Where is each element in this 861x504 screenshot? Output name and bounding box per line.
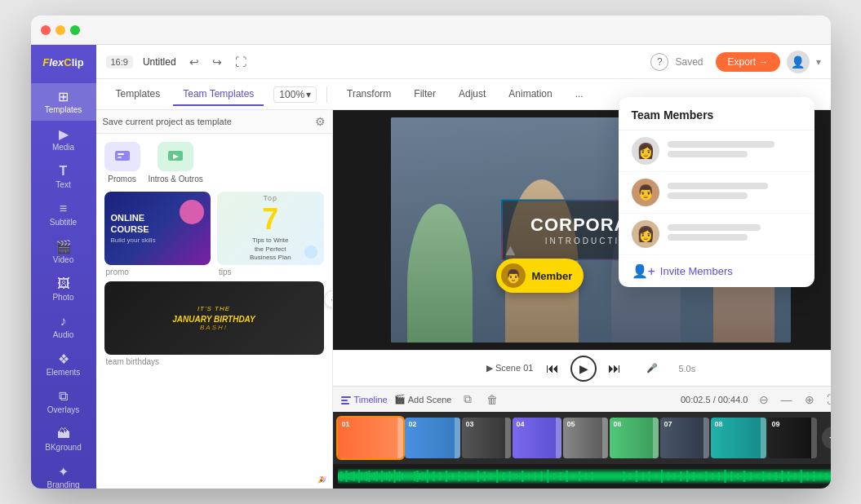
sidebar-item-subtitle[interactable]: ≡ Subtitle: [31, 196, 96, 233]
minimize-button[interactable]: [55, 25, 65, 35]
svg-rect-82: [717, 472, 719, 480]
svg-rect-31: [393, 470, 395, 483]
help-icon[interactable]: ?: [650, 53, 668, 71]
user-avatar-button[interactable]: 👤: [787, 51, 810, 73]
sidebar-item-templates[interactable]: ⊞ Templates: [31, 83, 96, 121]
category-intros[interactable]: Intros & Outros: [149, 142, 203, 183]
expand-timeline-button[interactable]: ⛶: [823, 391, 831, 409]
add-clip-button[interactable]: +: [822, 427, 831, 449]
text-icon: T: [55, 165, 72, 178]
zoom-out-button[interactable]: ⊖: [755, 391, 773, 409]
clip-05[interactable]: 05: [563, 418, 608, 458]
svg-rect-45: [458, 471, 459, 481]
sidebar-item-elements[interactable]: ❖ Elements: [31, 346, 96, 383]
sidebar-item-photo[interactable]: 🖼 Photo: [31, 271, 96, 308]
sidebar-item-text[interactable]: T Text: [31, 158, 96, 196]
saved-status: Saved: [675, 56, 703, 68]
media-icon: ▶: [55, 127, 72, 140]
clip-06[interactable]: 06: [610, 418, 659, 458]
svg-rect-32: [396, 472, 397, 480]
team-avatar-3: 👩: [632, 220, 659, 248]
svg-rect-61: [559, 472, 561, 480]
clip-01[interactable]: 01: [338, 418, 403, 458]
template-label-tips: tips: [217, 267, 324, 276]
svg-rect-73: [660, 470, 662, 483]
zoom-selector[interactable]: 100% ▾: [273, 86, 317, 103]
play-button[interactable]: ▶: [570, 356, 597, 382]
add-scene-button[interactable]: 🎬 Add Scene: [394, 394, 452, 405]
svg-rect-11: [343, 474, 344, 479]
invite-members-button[interactable]: 👤+ Invite Members: [619, 255, 746, 287]
template-card-tips[interactable]: Top 7 Tips to Writethe PerfectBusiness P…: [217, 192, 324, 276]
svg-rect-39: [424, 474, 425, 479]
svg-rect-57: [534, 472, 535, 480]
svg-rect-90: [768, 473, 770, 480]
microphone-button[interactable]: 🎤: [641, 357, 664, 380]
svg-rect-80: [705, 471, 707, 481]
sidebar-label-media: Media: [52, 143, 74, 152]
clip-04[interactable]: 04: [513, 418, 561, 458]
tab-transform[interactable]: Transform: [337, 83, 401, 106]
undo-button[interactable]: ↩: [186, 54, 202, 70]
aspect-ratio-badge[interactable]: 16:9: [106, 55, 133, 69]
fullscreen-button[interactable]: ⛶: [232, 54, 250, 70]
project-name[interactable]: Untitled: [143, 56, 176, 68]
svg-rect-68: [629, 473, 631, 480]
template-card-birthday[interactable]: IT'S THE JANUARY BIRTHDAY BASH! 🎉 team b…: [104, 281, 324, 366]
svg-rect-51: [496, 470, 498, 483]
member-bubble-label: Member: [532, 270, 573, 282]
clip-02[interactable]: 02: [405, 418, 460, 458]
pointer-icon: ▲: [503, 241, 519, 259]
avatar-dropdown-arrow[interactable]: ▾: [816, 56, 821, 68]
promos-icon: [104, 142, 140, 171]
sidebar-label-subtitle: Subtitle: [50, 218, 77, 227]
svg-rect-63: [572, 474, 574, 479]
zoom-slider[interactable]: —: [778, 391, 796, 409]
audio-strip: [333, 464, 831, 489]
skip-forward-button[interactable]: ⏭: [603, 357, 626, 380]
template-settings-button[interactable]: ⚙: [315, 115, 326, 128]
copy-button[interactable]: ⧉: [459, 391, 477, 409]
zoom-in-button[interactable]: ⊕: [801, 391, 819, 409]
svg-rect-64: [578, 471, 579, 481]
svg-rect-0: [115, 151, 130, 161]
tab-filter[interactable]: Filter: [404, 83, 446, 106]
sidebar-item-branding[interactable]: ✦ Branding: [31, 458, 96, 489]
tab-team-templates[interactable]: Team Templates: [173, 83, 264, 106]
tab-animation[interactable]: Animation: [499, 83, 561, 106]
svg-rect-27: [383, 473, 384, 480]
invite-label: Invite Members: [660, 265, 733, 277]
clip-09[interactable]: 09: [768, 418, 817, 458]
svg-rect-94: [793, 473, 795, 480]
sidebar-item-overlays[interactable]: ⧉ Overlays: [31, 383, 96, 421]
template-row-1: ONLINECOURSE Build your skills promo: [104, 192, 324, 276]
skip-back-button[interactable]: ⏮: [541, 357, 564, 380]
scene-label: ▶ Scene 01: [486, 363, 534, 374]
redo-button[interactable]: ↪: [209, 54, 225, 70]
svg-rect-9: [338, 473, 340, 480]
save-template-bar: Save current project as template ⚙: [96, 110, 332, 134]
svg-rect-86: [743, 471, 744, 482]
team-panel-title: Team Members: [619, 97, 814, 130]
sidebar-logo[interactable]: FlexClip: [38, 51, 89, 73]
template-card-online-course[interactable]: ONLINECOURSE Build your skills promo: [104, 192, 211, 276]
svg-rect-75: [673, 473, 675, 480]
delete-button[interactable]: 🗑: [483, 391, 501, 409]
sidebar-item-media[interactable]: ▶ Media: [31, 121, 96, 158]
timeline-label: Timeline: [341, 395, 388, 405]
maximize-button[interactable]: [70, 25, 80, 35]
sidebar-item-audio[interactable]: ♪ Audio: [31, 308, 96, 346]
clip-03[interactable]: 03: [462, 418, 511, 458]
svg-rect-12: [345, 471, 347, 482]
close-button[interactable]: [41, 25, 51, 35]
category-promos[interactable]: Promos: [104, 142, 140, 183]
clip-07[interactable]: 07: [660, 418, 709, 458]
clip-08[interactable]: 08: [711, 418, 766, 458]
tab-more[interactable]: ...: [566, 83, 593, 106]
sidebar-item-bkground[interactable]: 🏔 BKground: [31, 421, 96, 458]
export-button[interactable]: Export →: [716, 52, 779, 72]
tab-templates[interactable]: Templates: [106, 83, 171, 106]
svg-rect-87: [749, 472, 751, 480]
sidebar-item-video[interactable]: 🎬 Video: [31, 233, 96, 271]
tab-adjust[interactable]: Adjust: [449, 83, 495, 106]
